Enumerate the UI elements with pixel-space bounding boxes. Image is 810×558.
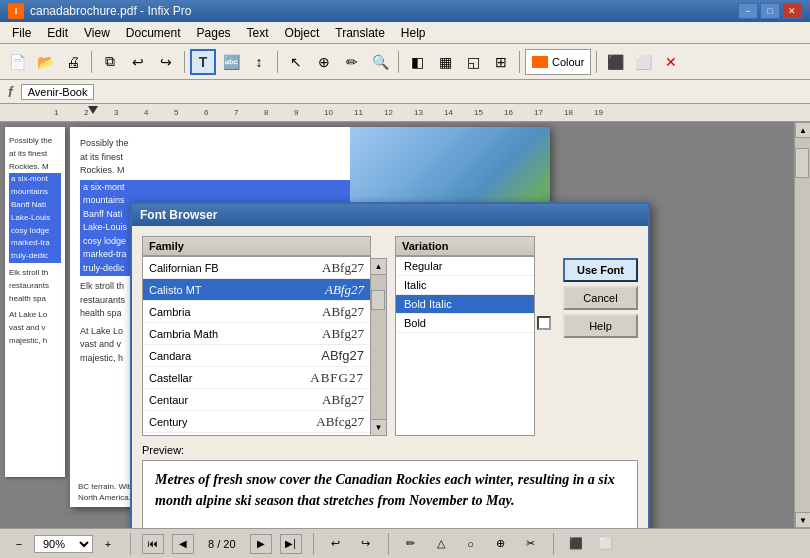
font-preview-centaur: ABfg27 bbox=[322, 392, 364, 408]
zoom-in-btn[interactable]: + bbox=[97, 534, 119, 554]
tb-btn-14[interactable]: ⊞ bbox=[488, 49, 514, 75]
open-button[interactable]: 📂 bbox=[32, 49, 58, 75]
tb-btn-3[interactable]: ↪ bbox=[153, 49, 179, 75]
scroll-down-btn[interactable]: ▼ bbox=[795, 512, 810, 528]
window-title: canadabrochure.pdf - Infix Pro bbox=[30, 4, 191, 18]
colour-swatch bbox=[532, 56, 548, 68]
right-scrollbar[interactable]: ▲ ▼ bbox=[794, 122, 810, 528]
tb-btn-10[interactable]: 🔍 bbox=[367, 49, 393, 75]
maximize-button[interactable]: □ bbox=[760, 3, 780, 19]
font-row-californian[interactable]: Californian FB ABfg27 bbox=[143, 257, 370, 279]
font-name-display[interactable]: Avenir-Book bbox=[21, 84, 95, 100]
family-scrollbar[interactable]: ▲ ▼ bbox=[371, 258, 387, 436]
close-button[interactable]: ✕ bbox=[782, 3, 802, 19]
doc-area[interactable]: Possibly the at its finest Rockies. M a … bbox=[0, 122, 810, 528]
dialog-body: Family Californian FB ABfg27 Calisto MT … bbox=[132, 226, 648, 528]
status-btn-2[interactable]: ↪ bbox=[355, 534, 377, 554]
scroll-up-btn[interactable]: ▲ bbox=[795, 122, 810, 138]
text-tool[interactable]: T bbox=[190, 49, 216, 75]
tb-btn-6[interactable]: ↕ bbox=[246, 49, 272, 75]
menu-pages[interactable]: Pages bbox=[189, 24, 239, 42]
app-icon: I bbox=[8, 3, 24, 19]
tb-btn-16[interactable]: ⬜ bbox=[630, 49, 656, 75]
font-browser-dialog: Font Browser Family Californian FB bbox=[130, 202, 650, 528]
var-bold-italic[interactable]: Bold Italic bbox=[396, 295, 534, 314]
menu-view[interactable]: View bbox=[76, 24, 118, 42]
tb-btn-13[interactable]: ◱ bbox=[460, 49, 486, 75]
status-btn-8[interactable]: ⬛ bbox=[565, 534, 587, 554]
status-btn-3[interactable]: ✏ bbox=[400, 534, 422, 554]
menu-translate[interactable]: Translate bbox=[327, 24, 393, 42]
font-family-list[interactable]: Californian FB ABfg27 Calisto MT ABfg27 … bbox=[142, 256, 371, 436]
tb-btn-17[interactable]: ✕ bbox=[658, 49, 684, 75]
family-header: Family bbox=[142, 236, 371, 256]
font-preview-century: ABfcg27 bbox=[316, 414, 364, 430]
title-bar-left: I canadabrochure.pdf - Infix Pro bbox=[8, 3, 191, 19]
use-font-button[interactable]: Use Font bbox=[563, 258, 638, 282]
fam-scroll-thumb[interactable] bbox=[371, 290, 385, 310]
status-btn-7[interactable]: ✂ bbox=[520, 534, 542, 554]
tb-btn-11[interactable]: ◧ bbox=[404, 49, 430, 75]
zoom-select[interactable]: 90% 100% 75% 50% 125% bbox=[34, 535, 93, 553]
status-btn-1[interactable]: ↩ bbox=[325, 534, 347, 554]
tb-btn-9[interactable]: ✏ bbox=[339, 49, 365, 75]
separator-3 bbox=[277, 51, 278, 73]
font-preview-californian: ABfg27 bbox=[322, 260, 364, 276]
minimize-button[interactable]: − bbox=[738, 3, 758, 19]
cancel-button[interactable]: Cancel bbox=[563, 286, 638, 310]
var-checkbox[interactable] bbox=[537, 316, 551, 330]
arrow-tool[interactable]: ↖ bbox=[283, 49, 309, 75]
scroll-thumb[interactable] bbox=[795, 148, 809, 178]
status-btn-4[interactable]: △ bbox=[430, 534, 452, 554]
menu-document[interactable]: Document bbox=[118, 24, 189, 42]
font-name-cambria: Cambria bbox=[149, 306, 322, 318]
font-preview-cambria: ABfg27 bbox=[322, 304, 364, 320]
dialog-main: Family Californian FB ABfg27 Calisto MT … bbox=[142, 236, 638, 436]
print-button[interactable]: 🖨 bbox=[60, 49, 86, 75]
font-row-cambria-math[interactable]: Cambria Math ABfg27 bbox=[143, 323, 370, 345]
font-row-calisto[interactable]: Calisto MT ABfg27 bbox=[143, 279, 370, 301]
page-info: 8 / 20 bbox=[202, 538, 242, 550]
font-row-candara[interactable]: Candara ABfg27 bbox=[143, 345, 370, 367]
title-bar: I canadabrochure.pdf - Infix Pro − □ ✕ bbox=[0, 0, 810, 22]
status-btn-5[interactable]: ○ bbox=[460, 534, 482, 554]
variation-list[interactable]: Regular Italic Bold Italic Bold bbox=[395, 256, 535, 436]
nav-play-btn[interactable]: ▶ bbox=[250, 534, 272, 554]
tb-btn-12[interactable]: ▦ bbox=[432, 49, 458, 75]
copy-button[interactable]: ⧉ bbox=[97, 49, 123, 75]
status-sep-4 bbox=[553, 533, 554, 555]
menu-text[interactable]: Text bbox=[239, 24, 277, 42]
var-regular[interactable]: Regular bbox=[396, 257, 534, 276]
help-button[interactable]: Help bbox=[563, 314, 638, 338]
tb-btn-8[interactable]: ⊕ bbox=[311, 49, 337, 75]
tb-btn-2[interactable]: ↩ bbox=[125, 49, 151, 75]
font-row-cambria[interactable]: Cambria ABfg27 bbox=[143, 301, 370, 323]
font-preview-cambria-math: ABfg27 bbox=[322, 326, 364, 342]
dialog-title-bar: Font Browser bbox=[132, 204, 648, 226]
zoom-out-btn[interactable]: − bbox=[8, 534, 30, 554]
var-bold[interactable]: Bold bbox=[396, 314, 534, 333]
menu-help[interactable]: Help bbox=[393, 24, 434, 42]
status-btn-6[interactable]: ⊕ bbox=[490, 534, 512, 554]
fam-scroll-up[interactable]: ▲ bbox=[371, 259, 386, 275]
colour-button[interactable]: Colour bbox=[525, 49, 591, 75]
nav-next-btn[interactable]: ▶| bbox=[280, 534, 302, 554]
font-row-centaur[interactable]: Centaur ABfg27 bbox=[143, 389, 370, 411]
status-btn-9[interactable]: ⬜ bbox=[595, 534, 617, 554]
status-sep-1 bbox=[130, 533, 131, 555]
tb-btn-15[interactable]: ⬛ bbox=[602, 49, 628, 75]
menu-edit[interactable]: Edit bbox=[39, 24, 76, 42]
menu-object[interactable]: Object bbox=[277, 24, 328, 42]
font-preview-castellar: ABFG27 bbox=[310, 370, 364, 386]
toolbar: 📄 📂 🖨 ⧉ ↩ ↪ T 🔤 ↕ ↖ ⊕ ✏ 🔍 ◧ ▦ ◱ ⊞ Colour… bbox=[0, 44, 810, 80]
tb-btn-5[interactable]: 🔤 bbox=[218, 49, 244, 75]
new-button[interactable]: 📄 bbox=[4, 49, 30, 75]
nav-prev-btn[interactable]: ◀ bbox=[172, 534, 194, 554]
var-italic[interactable]: Italic bbox=[396, 276, 534, 295]
nav-first-btn[interactable]: ⏮ bbox=[142, 534, 164, 554]
menu-file[interactable]: File bbox=[4, 24, 39, 42]
font-row-castellar[interactable]: Castellar ABFG27 bbox=[143, 367, 370, 389]
font-row-century[interactable]: Century ABfcg27 bbox=[143, 411, 370, 433]
fam-scroll-down[interactable]: ▼ bbox=[371, 419, 386, 435]
dialog-buttons: Use Font Cancel Help bbox=[563, 236, 638, 436]
